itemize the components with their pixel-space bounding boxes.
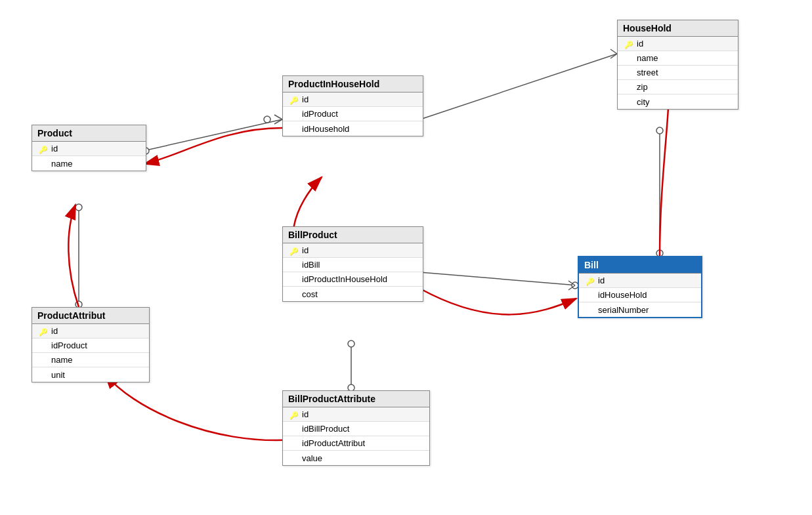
product-table-header: Product — [32, 125, 146, 142]
bill-table-header: Bill — [579, 257, 701, 274]
key-icon — [39, 144, 48, 154]
productattribut-row-name: name — [32, 353, 149, 367]
productinhousehold-table[interactable]: ProductInHouseHold id idProduct idHouseh… — [282, 75, 423, 136]
key-icon-5 — [289, 410, 299, 419]
productattribut-row-idproduct: idProduct — [32, 339, 149, 353]
svg-line-2 — [143, 119, 282, 151]
productattribut-row-unit: unit — [32, 367, 149, 382]
svg-line-11 — [610, 54, 617, 58]
billproductattribute-row-idbillproduct: idBillProduct — [283, 422, 429, 436]
svg-line-18 — [568, 285, 575, 290]
billproductattribute-table[interactable]: BillProductAttribute id idBillProduct id… — [282, 390, 430, 466]
svg-point-27 — [656, 127, 663, 134]
household-row-zip: zip — [618, 80, 738, 94]
productinhousehold-row-id: id — [283, 93, 423, 107]
svg-line-7 — [420, 54, 617, 119]
household-row-city: city — [618, 94, 738, 109]
billproduct-row-idbill: idBill — [283, 258, 423, 272]
key-icon-7 — [586, 276, 595, 285]
billproductattribute-table-header: BillProductAttribute — [283, 391, 429, 407]
bill-row-serialnumber: serialNumber — [579, 302, 701, 317]
billproductattribute-row-value: value — [283, 451, 429, 465]
bill-table[interactable]: Bill id idHouseHold serialNumber — [578, 256, 702, 318]
bill-row-id: id — [579, 274, 701, 288]
household-row-street: street — [618, 66, 738, 80]
billproductattribute-row-id: id — [283, 407, 429, 422]
billproduct-row-idproductinhousehold: idProductInHouseHold — [283, 272, 423, 287]
svg-line-12 — [420, 272, 578, 285]
svg-line-10 — [610, 49, 617, 54]
productattribut-table-header: ProductAttribut — [32, 308, 149, 324]
billproductattribute-row-idproductattribut: idProductAttribut — [283, 436, 429, 451]
product-table[interactable]: Product id name — [32, 125, 146, 171]
productattribut-row-id: id — [32, 324, 149, 339]
svg-line-17 — [568, 281, 575, 285]
svg-line-5 — [274, 119, 282, 124]
productinhousehold-row-idhousehold: idHousehold — [283, 121, 423, 136]
billproduct-table[interactable]: BillProduct id idBill idProductInHouseHo… — [282, 226, 423, 302]
key-icon-2 — [39, 327, 48, 336]
bill-row-idhousehold: idHouseHold — [579, 288, 701, 302]
key-icon-6 — [624, 39, 633, 49]
productattribut-table[interactable]: ProductAttribut id idProduct name unit — [32, 307, 150, 382]
productinhousehold-table-header: ProductInHouseHold — [283, 76, 423, 93]
svg-point-20 — [75, 204, 82, 211]
billproduct-row-id: id — [283, 243, 423, 258]
svg-point-23 — [348, 340, 354, 347]
svg-point-6 — [264, 116, 270, 123]
household-table[interactable]: HouseHold id name street zip city — [617, 20, 738, 110]
svg-line-4 — [274, 115, 282, 119]
billproduct-row-cost: cost — [283, 287, 423, 301]
billproduct-table-header: BillProduct — [283, 227, 423, 243]
key-icon-3 — [289, 95, 299, 104]
key-icon-4 — [289, 246, 299, 255]
product-row-name: name — [32, 156, 146, 171]
household-table-header: HouseHold — [618, 20, 738, 37]
product-row-id: id — [32, 142, 146, 156]
diagram-canvas: Product id name ProductAttribut id idPro… — [0, 0, 812, 515]
household-row-id: id — [618, 37, 738, 51]
household-row-name: name — [618, 51, 738, 66]
productinhousehold-row-idproduct: idProduct — [283, 107, 423, 121]
